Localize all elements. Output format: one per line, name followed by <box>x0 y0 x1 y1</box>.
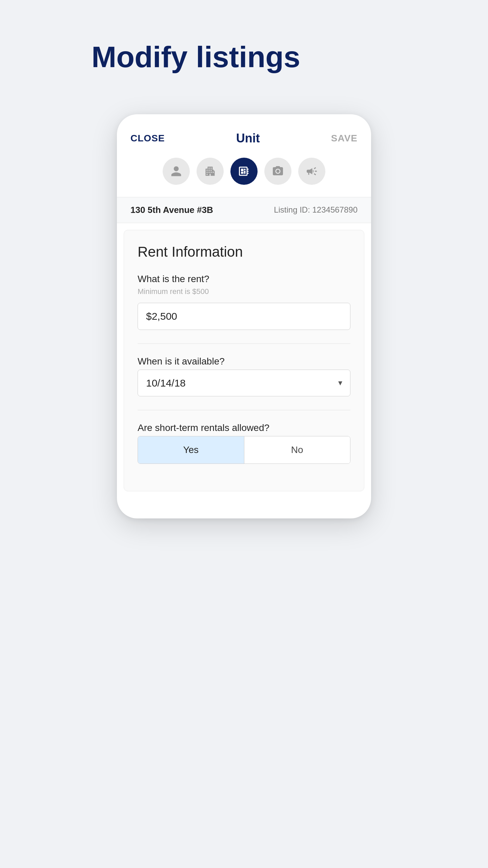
available-select-wrapper: 10/14/18 10/21/18 11/01/18 ▾ <box>138 370 350 396</box>
camera-icon <box>272 165 284 177</box>
phone-frame: CLOSE Unit SAVE <box>117 114 371 518</box>
nav-title: Unit <box>236 131 260 145</box>
available-label: When is it available? <box>138 356 350 367</box>
rent-input[interactable] <box>138 303 350 330</box>
short-term-label: Are short-term rentals allowed? <box>138 422 350 433</box>
no-button[interactable]: No <box>244 436 350 463</box>
page-container: Modify listings CLOSE Unit SAVE <box>92 41 396 518</box>
listing-id: Listing ID: 1234567890 <box>274 205 358 215</box>
tab-building[interactable] <box>197 158 224 185</box>
page-title: Modify listings <box>92 41 300 74</box>
nav-bar: CLOSE Unit SAVE <box>117 131 371 145</box>
person-icon <box>170 165 182 177</box>
rent-group: What is the rent? Minimum rent is $500 <box>138 274 350 330</box>
form-section-title: Rent Information <box>138 244 350 260</box>
tab-camera[interactable] <box>264 158 291 185</box>
megaphone-icon <box>306 165 318 177</box>
address-bar: 130 5th Avenue #3B Listing ID: 123456789… <box>117 197 371 223</box>
divider-1 <box>138 343 350 344</box>
short-term-group: Are short-term rentals allowed? Yes No <box>138 422 350 464</box>
divider-2 <box>138 410 350 410</box>
short-term-toggle: Yes No <box>138 436 350 464</box>
unit-icon <box>238 165 250 177</box>
close-button[interactable]: CLOSE <box>130 133 165 144</box>
address-text: 130 5th Avenue #3B <box>130 205 213 215</box>
rent-label: What is the rent? <box>138 274 350 284</box>
icon-tabs <box>117 158 371 185</box>
save-button[interactable]: SAVE <box>331 133 358 144</box>
form-content: Rent Information What is the rent? Minim… <box>124 230 364 491</box>
building-icon <box>204 165 216 177</box>
yes-button[interactable]: Yes <box>138 436 244 463</box>
available-group: When is it available? 10/14/18 10/21/18 … <box>138 356 350 396</box>
rent-hint: Minimum rent is $500 <box>138 287 350 296</box>
tab-person[interactable] <box>163 158 190 185</box>
available-select[interactable]: 10/14/18 10/21/18 11/01/18 <box>138 370 350 396</box>
tab-unit[interactable] <box>230 158 258 185</box>
tab-megaphone[interactable] <box>298 158 325 185</box>
